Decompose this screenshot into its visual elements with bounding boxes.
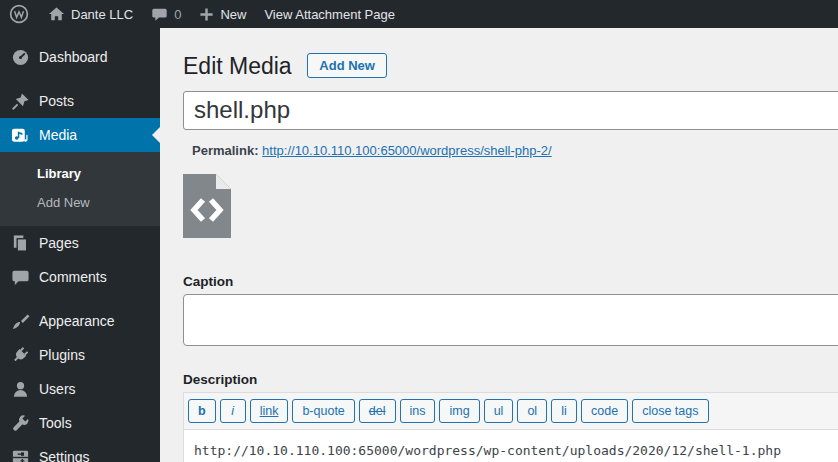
- quicktag-img-button[interactable]: img: [439, 399, 479, 423]
- sidebar-label: Comments: [39, 269, 107, 285]
- admin-bar: Dante LLC 0 New View Attachment Page: [0, 0, 838, 28]
- comments-indicator[interactable]: 0: [142, 0, 190, 28]
- sidebar-label: Settings: [39, 449, 90, 462]
- quicktag-link-button[interactable]: link: [250, 399, 289, 423]
- comments-icon: [10, 267, 30, 287]
- description-textarea[interactable]: http://10.10.110.100:65000/wordpress/wp-…: [184, 430, 838, 462]
- sidebar-item-appearance[interactable]: Appearance: [0, 304, 160, 338]
- caption-textarea[interactable]: [183, 294, 838, 346]
- quicktag-code-button[interactable]: code: [581, 399, 628, 423]
- quicktag-ol-button[interactable]: ol: [517, 399, 547, 423]
- home-icon: [48, 6, 65, 23]
- sidebar-item-dashboard[interactable]: Dashboard: [0, 40, 160, 74]
- view-attachment-page-label: View Attachment Page: [264, 7, 395, 22]
- media-icon: [10, 125, 30, 145]
- dashboard-icon: [10, 47, 30, 67]
- quicktag-ul-button[interactable]: ul: [484, 399, 514, 423]
- sidebar-label: Users: [39, 381, 76, 397]
- page-title: Edit Media: [183, 52, 292, 82]
- quicktag-bquote-button[interactable]: b-quote: [292, 399, 354, 423]
- plus-icon: [199, 7, 214, 22]
- pushpin-icon: [10, 91, 30, 111]
- comment-bubble-icon: [151, 6, 168, 23]
- paintbrush-icon: [10, 311, 30, 331]
- menu-separator: [0, 74, 160, 84]
- quicktag-closetags-button[interactable]: close tags: [632, 399, 708, 423]
- wp-logo-button[interactable]: [0, 0, 39, 28]
- sidebar-label: Dashboard: [39, 49, 108, 65]
- quicktags-toolbar: b i link b-quote del ins img ul ol li co…: [184, 393, 838, 430]
- add-new-button[interactable]: Add New: [307, 53, 387, 78]
- sidebar-item-settings[interactable]: Settings: [0, 440, 160, 462]
- sidebar-item-media[interactable]: Media: [0, 118, 160, 152]
- wordpress-logo-icon: [9, 4, 29, 24]
- file-code-icon: [183, 226, 231, 241]
- sidebar-item-posts[interactable]: Posts: [0, 84, 160, 118]
- attachment-title-input[interactable]: [183, 91, 838, 130]
- page-heading: Edit Media Add New: [183, 52, 838, 82]
- view-attachment-page-link[interactable]: View Attachment Page: [255, 0, 404, 28]
- caption-label: Caption: [183, 274, 838, 289]
- sidebar-label: Pages: [39, 235, 79, 251]
- user-icon: [10, 379, 30, 399]
- pages-icon: [10, 233, 30, 253]
- quicktag-del-button[interactable]: del: [359, 399, 396, 423]
- description-label: Description: [183, 372, 838, 387]
- description-editor: b i link b-quote del ins img ul ol li co…: [183, 392, 838, 462]
- quicktag-bold-button[interactable]: b: [188, 399, 216, 423]
- sidebar-item-media-library[interactable]: Library: [0, 159, 160, 188]
- sidebar-item-plugins[interactable]: Plugins: [0, 338, 160, 372]
- permalink-row: Permalink: http://10.10.110.100:65000/wo…: [192, 143, 838, 158]
- admin-menu: Dashboard Posts: [0, 28, 160, 462]
- quicktag-ins-button[interactable]: ins: [400, 399, 436, 423]
- sidebar-label: Plugins: [39, 347, 85, 363]
- sidebar-item-pages[interactable]: Pages: [0, 226, 160, 260]
- settings-icon: [10, 447, 30, 462]
- wrench-icon: [10, 413, 30, 433]
- sidebar-item-tools[interactable]: Tools: [0, 406, 160, 440]
- menu-separator: [0, 294, 160, 304]
- comments-count: 0: [174, 7, 181, 22]
- sidebar-label: Media: [39, 127, 77, 143]
- media-submenu: Library Add New: [0, 152, 160, 226]
- admin-sidebar: Dashboard Posts: [0, 28, 160, 462]
- main-content: Edit Media Add New Permalink: http://10.…: [160, 28, 838, 462]
- permalink-link[interactable]: http://10.10.110.100:65000/wordpress/she…: [262, 143, 552, 158]
- site-name: Dante LLC: [71, 7, 133, 22]
- quicktag-li-button[interactable]: li: [551, 399, 577, 423]
- permalink-label: Permalink:: [192, 143, 258, 158]
- sidebar-label: Tools: [39, 415, 72, 431]
- sidebar-item-users[interactable]: Users: [0, 372, 160, 406]
- quicktag-italic-button[interactable]: i: [220, 399, 246, 423]
- sidebar-label: Posts: [39, 93, 74, 109]
- new-label: New: [220, 7, 246, 22]
- plug-icon: [10, 345, 30, 365]
- site-name-link[interactable]: Dante LLC: [39, 0, 142, 28]
- attachment-preview: [183, 174, 231, 238]
- sidebar-label: Appearance: [39, 313, 115, 329]
- sidebar-item-media-add-new[interactable]: Add New: [0, 188, 160, 217]
- sidebar-item-comments[interactable]: Comments: [0, 260, 160, 294]
- new-content-button[interactable]: New: [190, 0, 255, 28]
